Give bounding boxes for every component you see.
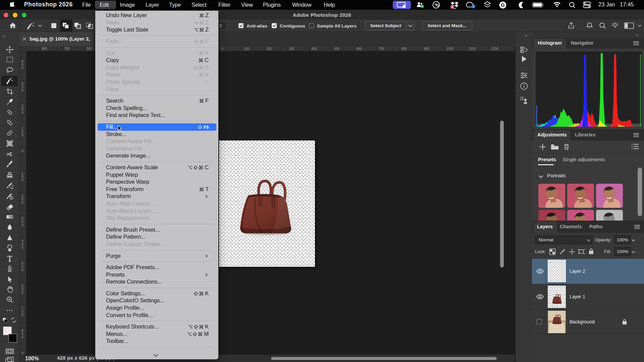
svg-text:2: 2 (451, 5, 453, 9)
svg-text:G: G (501, 2, 505, 8)
